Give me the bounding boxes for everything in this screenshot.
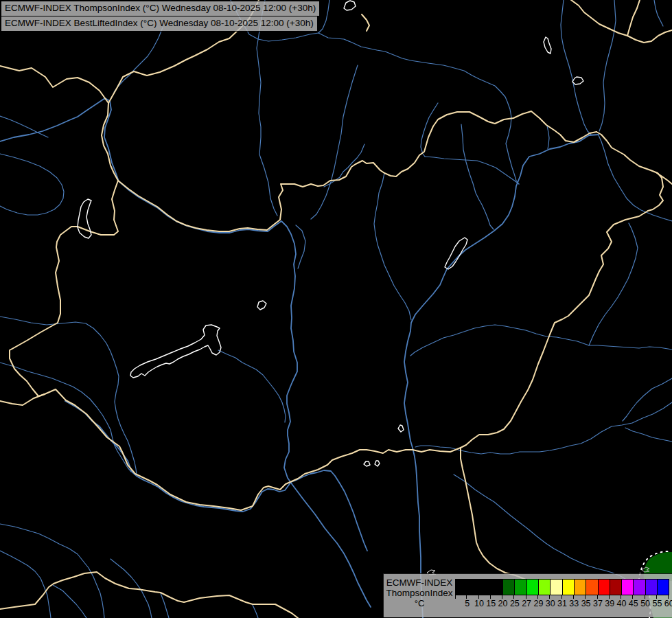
legend-index-label: ThompsonIndex xyxy=(384,588,455,598)
border-pl-ua xyxy=(627,30,672,43)
river-sava-trib-1 xyxy=(161,593,169,618)
legend-swatch xyxy=(467,579,479,595)
legend-tick-label: 29 xyxy=(533,599,544,608)
lake-ludas-outline xyxy=(375,461,380,466)
lake-palic-outline xyxy=(364,461,370,466)
river-vah-branch xyxy=(318,0,329,33)
river-drava xyxy=(65,401,367,551)
legend-tick-label: 33 xyxy=(568,599,580,608)
lakes-layer xyxy=(78,1,583,466)
legend-swatch xyxy=(621,579,634,595)
river-vah xyxy=(257,0,277,216)
river-bodrog xyxy=(561,0,591,135)
legend-swatch xyxy=(455,579,467,595)
legend-tick-label: 39 xyxy=(604,599,616,608)
lake-tisza-outline xyxy=(445,238,467,269)
border-ro-rs xyxy=(461,448,526,580)
legend-swatch xyxy=(526,579,539,595)
river-danube xyxy=(0,98,371,607)
border-sk-pl-1 xyxy=(571,0,627,36)
legend-tick-label: 37 xyxy=(592,599,603,608)
river-morava xyxy=(114,27,163,92)
legend-tick-label: 35 xyxy=(580,599,592,608)
border-hu-ua xyxy=(596,132,663,211)
legend-swatch xyxy=(574,579,586,595)
river-sava-trib-3 xyxy=(53,585,86,618)
legend-tick-label: 25 xyxy=(509,599,520,608)
legend-tick-label: 55 xyxy=(651,599,663,608)
river-austria-2 xyxy=(0,154,64,215)
legend-swatch xyxy=(586,579,598,595)
border-hu-sk-danube xyxy=(118,181,280,231)
legend-tick-label: 15 xyxy=(485,599,497,608)
border-hu-rs-hr xyxy=(0,389,461,510)
country-borders-layer xyxy=(0,0,672,618)
legend-tick-label: 30 xyxy=(544,599,556,608)
weather-map-page: ECMWF-INDEX ThompsonIndex (°C) Wednesday… xyxy=(0,0,672,618)
legend-swatch xyxy=(657,579,669,595)
river-tisza xyxy=(404,135,599,618)
river-small-ua xyxy=(547,126,549,149)
border-at-cz xyxy=(0,66,108,103)
border-hu-sk-east xyxy=(279,111,596,220)
river-somes xyxy=(599,135,672,221)
river-sava-trib-2 xyxy=(253,605,258,618)
legend-product-label: ECMWF-INDEX xyxy=(384,577,455,588)
lake-neusiedl-outline xyxy=(78,199,91,238)
border-hu-ro xyxy=(461,211,648,448)
border-at-hu-si xyxy=(10,181,118,396)
lake-ua-2-outline xyxy=(572,77,583,84)
lake-feher-outline xyxy=(398,425,404,432)
legend-tick-label: 31 xyxy=(556,599,568,608)
border-sk-pl-2 xyxy=(627,0,640,36)
legend-tick-label: 27 xyxy=(520,599,532,608)
legend-swatch xyxy=(562,579,575,595)
river-danube-branch xyxy=(296,225,305,268)
legend-swatch xyxy=(633,579,645,595)
river-sio xyxy=(218,350,286,422)
river-austria-1 xyxy=(0,116,48,137)
river-koros xyxy=(410,325,672,356)
legend-swatch xyxy=(610,579,622,595)
legend-titles: ECMWF-INDEX ThompsonIndex °C xyxy=(384,577,455,608)
legend-tick-label: 20 xyxy=(497,599,509,608)
river-zagyva xyxy=(374,173,411,320)
legend-swatch xyxy=(479,579,491,595)
river-mures-fork1 xyxy=(623,378,672,421)
river-hron xyxy=(311,65,358,219)
lake-velence-outline xyxy=(257,301,266,310)
legend-tick-label: 45 xyxy=(627,599,639,608)
lake-ua-1-outline xyxy=(544,37,551,54)
color-scale-legend: ECMWF-INDEX ThompsonIndex °C 51015202527… xyxy=(383,573,672,617)
legend-tick-label: 50 xyxy=(639,599,651,608)
river-eger xyxy=(461,124,494,229)
legend-tick-label: 60 xyxy=(663,599,672,608)
river-ua-corner xyxy=(654,0,663,26)
legend-swatch xyxy=(645,579,658,595)
border-ua-ro xyxy=(657,173,672,184)
river-bosnia-1 xyxy=(0,524,104,618)
legend-swatches xyxy=(455,579,669,595)
legend-swatch xyxy=(491,579,503,595)
river-hernad xyxy=(421,103,438,157)
lake-balaton-outline xyxy=(130,325,221,378)
legend-swatch xyxy=(550,579,562,595)
legend-labels: 51015202527293031333537394045505560 xyxy=(461,599,672,608)
legend-unit-label: °C xyxy=(384,598,455,608)
river-koros-branch xyxy=(589,223,638,345)
river-upper-tisza xyxy=(599,0,616,131)
river-mura xyxy=(0,363,131,472)
legend-swatch xyxy=(514,579,526,595)
border-sk-fragment xyxy=(362,14,369,31)
river-raab xyxy=(0,317,137,474)
lake-top-outline xyxy=(344,1,356,10)
legend-swatch xyxy=(502,579,515,595)
border-hr-ba-sava xyxy=(0,572,298,618)
river-mures-fork2 xyxy=(625,428,672,442)
map-title-line1: ECMWF-INDEX ThompsonIndex (°C) Wednesday… xyxy=(1,1,320,16)
map-title-line2: ECMWF-INDEX BestLiftedIndex (°C) Wednesd… xyxy=(1,16,318,32)
legend-tick-label: 5 xyxy=(461,599,473,608)
river-mures xyxy=(415,402,672,454)
meteorological-map xyxy=(0,0,672,618)
map-title-block: ECMWF-INDEX ThompsonIndex (°C) Wednesday… xyxy=(1,1,320,32)
